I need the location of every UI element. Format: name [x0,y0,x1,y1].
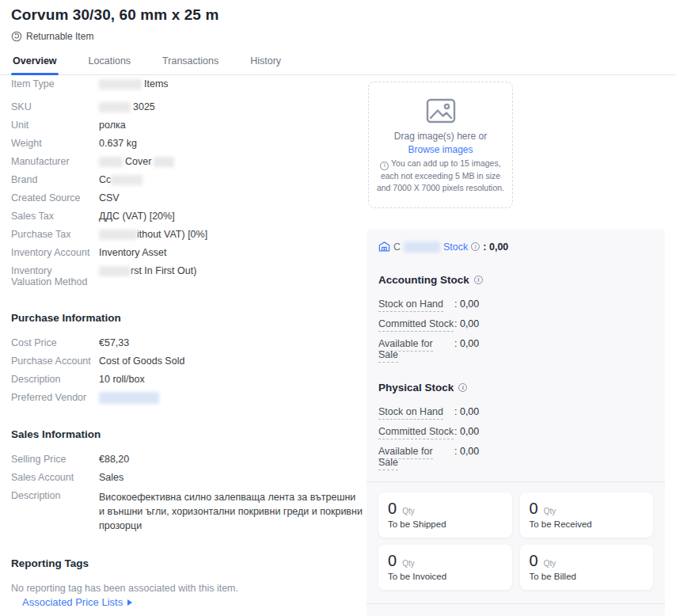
redacted-text [404,241,440,253]
field-label: Description [11,374,99,385]
caret-right-icon [127,599,132,606]
card-to-be-billed[interactable]: 0 Qty To be Billed [520,545,654,590]
associated-price-lists-link[interactable]: Associated Price Lists [22,596,132,608]
card-label: To be Invoiced [388,572,503,581]
field-row-purchase-tax: Purchase Tax ithout VAT) [0%] [11,229,363,240]
tab-overview[interactable]: Overview [11,52,59,74]
card-label: To be Shipped [388,519,503,529]
field-label: Inventory Valuation Method [11,265,99,287]
card-value: 0 [388,552,397,570]
stat-row-physical-available-for-sale: Available for Sale : 0,00 [378,446,653,468]
stat-label[interactable]: Available for Sale [378,446,433,470]
stat-value: : 0,00 [454,406,479,417]
stat-label[interactable]: Stock on Hand [378,298,443,312]
field-value: Cover [99,156,174,167]
card-value: 0 [388,500,397,518]
redacted-text [154,157,174,167]
field-label: Selling Price [11,454,99,465]
redacted-text [99,79,142,89]
card-unit: Qty [544,507,556,515]
redacted-text [99,392,159,404]
card-unit: Qty [402,507,415,515]
card-to-be-received[interactable]: 0 Qty To be Received [520,492,654,538]
redacted-text [99,230,137,240]
accounting-stock-title: Accounting Stock [378,274,653,286]
field-label: Manufacturer [11,156,99,167]
field-value: Cost of Goods Sold [99,356,184,367]
field-label: Cost Price [11,337,99,348]
stat-row-accounting-committed-stock: Committed Stock : 0,00 [378,318,653,329]
card-to-be-invoiced[interactable]: 0 Qty To be Invoiced [378,545,512,590]
tab-history[interactable]: History [249,52,283,74]
field-label: Unit [11,120,99,131]
field-row-weight: Weight 0.637 kg [11,138,363,149]
field-label: SKU [11,101,99,112]
field-label: Item Type [11,78,99,89]
info-icon[interactable] [474,276,483,284]
field-value: 3025 [99,101,155,112]
field-value [99,392,159,404]
panel-divider [366,603,665,604]
stat-value: : 0,00 [454,426,479,437]
stat-label[interactable]: Committed Stock [378,426,454,439]
field-row-cost-price: Cost Price €57,33 [11,337,363,348]
image-dropzone[interactable]: Drag image(s) here or Browse images You … [368,82,513,208]
tab-locations[interactable]: Locations [87,52,133,74]
field-label: Sales Tax [11,211,99,222]
stat-value: : 0,00 [454,446,479,457]
card-unit: Qty [402,559,415,568]
stat-value: : 0,00 [454,318,479,329]
field-value: ithout VAT) [0%] [99,229,207,240]
info-icon[interactable] [471,242,480,251]
field-value: Sales [99,472,123,483]
field-row-selling-price: Selling Price €88,20 [11,454,363,465]
returnable-badge: Returnable Item [11,31,665,42]
stat-label[interactable]: Available for Sale [378,338,433,363]
item-details-section: Item Type Items SKU 3025 Unit ролка Weig… [11,78,363,594]
info-icon[interactable] [458,383,467,392]
redacted-text [111,175,142,185]
stat-label[interactable]: Committed Stock [378,318,454,332]
field-row-brand: Brand Cc [11,174,363,185]
stock-header-prefix: C [393,241,401,253]
warehouse-icon [378,241,390,253]
field-value: €57,33 [99,337,129,348]
tab-transactions[interactable]: Transactions [161,52,220,74]
stock-panel-header: C Stock : 0,00 [378,241,653,253]
field-value: Cc [99,174,142,185]
page-title: Corvum 30/30, 60 mm x 25 m [11,6,665,24]
field-label: Created Source [11,192,99,203]
field-label: Brand [11,174,99,185]
field-value: Високоефективна силно залепваща лента за… [99,490,363,533]
stat-row-physical-stock-on-hand: Stock on Hand : 0,00 [378,406,653,417]
field-row-inventory-account: Inventory Account Inventory Asset [11,247,363,258]
tab-bar: Overview Locations Transactions History [0,52,676,75]
field-row-sku: SKU 3025 [11,101,363,112]
field-value: 0.637 kg [99,138,137,149]
stock-panel: C Stock : 0,00 Accounting Stock Stock on… [366,230,665,616]
returnable-label: Returnable Item [26,31,93,42]
field-row-sales-description: Description Високоефективна силно залепв… [11,490,363,533]
field-row-item-type: Item Type Items [11,78,363,89]
field-value: Items [99,78,169,89]
field-label: Purchase Account [11,356,99,367]
purchase-info-title: Purchase Information [11,312,363,324]
card-unit: Qty [544,559,556,568]
stock-total: : 0,00 [483,241,508,253]
stat-label[interactable]: Stock on Hand [378,406,443,420]
stat-row-physical-committed-stock: Committed Stock : 0,00 [378,426,653,437]
quantity-cards: 0 Qty To be Shipped 0 Qty To be Received… [378,492,653,590]
stat-row-accounting-stock-on-hand: Stock on Hand : 0,00 [378,298,653,310]
field-row-purchase-description: Description 10 roll/box [11,374,363,385]
browse-images-link[interactable]: Browse images [375,144,506,155]
physical-stock-title: Physical Stock [378,382,653,394]
field-row-sales-tax: Sales Tax ДДС (VAT) [20%] [11,211,363,222]
drag-text: Drag image(s) here or [375,131,506,142]
associated-price-lists-label: Associated Price Lists [22,596,123,608]
stock-link[interactable]: Stock [443,241,468,253]
field-value: ДДС (VAT) [20%] [99,211,175,222]
field-label: Sales Account [11,472,99,483]
card-to-be-shipped[interactable]: 0 Qty To be Shipped [378,492,512,538]
stat-value: : 0,00 [454,298,479,310]
field-row-purchase-account: Purchase Account Cost of Goods Sold [11,356,363,367]
